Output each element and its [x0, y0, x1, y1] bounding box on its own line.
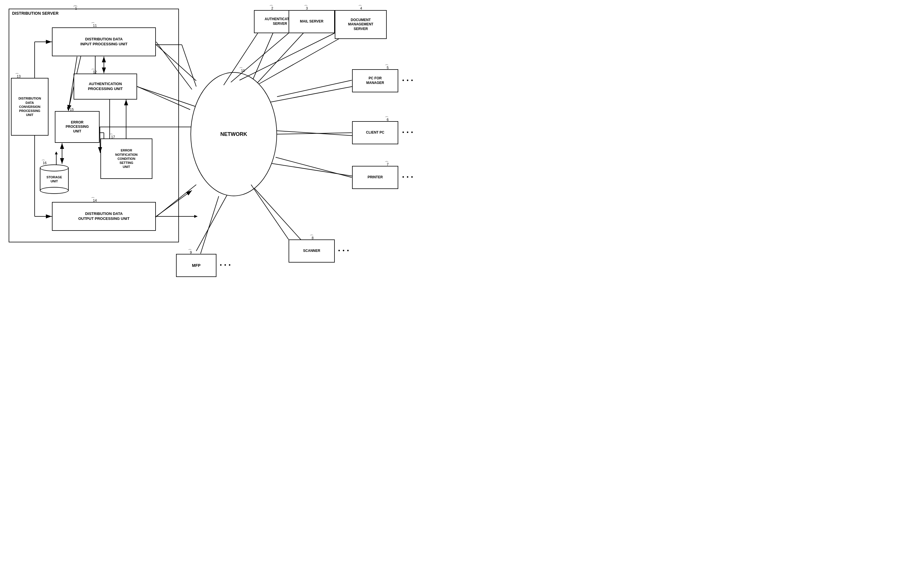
svg-line-57 [277, 133, 352, 134]
mfp-box: MFP [176, 254, 216, 277]
auth-processing-box: AUTHENTICATIONPROCESSING UNIT [74, 74, 137, 100]
svg-line-56 [277, 80, 352, 97]
dist-data-conversion-box: DISTRIBUTIONDATACONVERSIONPROCESSINGUNIT [11, 78, 49, 136]
svg-line-59 [251, 185, 289, 239]
svg-line-29 [257, 35, 346, 85]
dots-mfp: • • • [220, 262, 231, 268]
svg-line-60 [200, 196, 219, 254]
svg-line-55 [240, 33, 335, 80]
svg-marker-20 [194, 215, 198, 218]
dist-server-label: DISTRIBUTION SERVER [12, 11, 59, 16]
error-processing-box: ERRORPROCESSINGUNIT [55, 111, 100, 143]
scanner-box: SCANNER [289, 239, 335, 263]
dots-client-pc: • • • [402, 129, 414, 135]
dots-printer: • • • [402, 174, 414, 180]
dist-data-output-box: DISTRIBUTION DATAOUTPUT PROCESSING UNIT [52, 202, 156, 231]
svg-line-27 [251, 30, 274, 84]
svg-line-28 [254, 30, 306, 87]
svg-line-32 [260, 162, 352, 176]
dist-data-input-box: DISTRIBUTION DATAINPUT PROCESSING UNIT [52, 27, 156, 56]
dots-pc-manager: • • • [402, 77, 414, 83]
svg-line-22 [182, 45, 196, 87]
doc-mgmt-server-box: DOCUMENTMANAGEMENTSERVER [335, 10, 387, 39]
cylinder-top [40, 165, 69, 171]
error-notification-box: ERRORNOTIFICATIONCONDITIONSETTINGUNIT [100, 138, 152, 179]
storage-label: STORAGEUNIT [41, 175, 67, 184]
dots-scanner: • • • [338, 247, 349, 254]
svg-line-34 [196, 193, 228, 251]
diagram-container: DISTRIBUTION SERVER 1 ⌒ DISTRIBUTION DAT… [0, 0, 452, 294]
pc-manager-box: PC FORMANAGER [352, 69, 398, 92]
printer-box: PRINTER [352, 166, 398, 189]
client-pc-box: CLIENT PC [352, 121, 398, 144]
network-ellipse: NETWORK [191, 72, 277, 196]
svg-line-30 [261, 87, 352, 104]
cylinder-bottom [40, 187, 69, 194]
svg-line-33 [251, 185, 306, 245]
svg-line-58 [276, 157, 352, 178]
storage-unit-cylinder: STORAGEUNIT [40, 165, 69, 191]
mail-server-box: MAIL SERVER [289, 10, 335, 33]
cylinder-body: STORAGEUNIT [40, 168, 69, 191]
